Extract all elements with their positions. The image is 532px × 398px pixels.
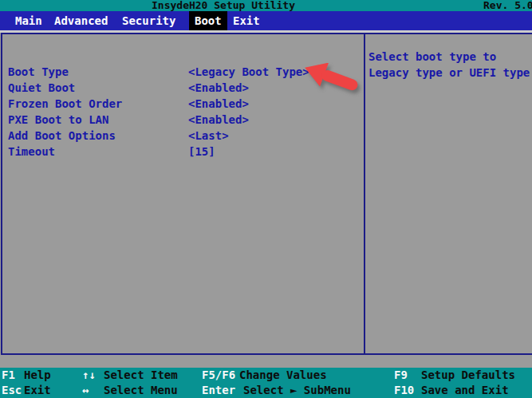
key-f5-f6-desc: Change Values [239, 368, 327, 383]
key-enter: Enter [202, 383, 235, 398]
key-f9-desc: Setup Defaults [421, 368, 515, 383]
key-esc-desc: Exit [24, 383, 51, 398]
key-updown-arrows-icon: ↑↓ [82, 368, 96, 383]
key-f10-desc: Save and Exit [421, 383, 509, 398]
key-leftright-arrows-icon: ↔ [82, 383, 89, 398]
help-text-line: Legacy type or UEFI type [368, 65, 530, 81]
footer-key-legend: F1 Help ↑↓ Select Item F5/F6 Change Valu… [0, 368, 532, 398]
setting-row-add-boot-options[interactable]: Add Boot Options<Last> [8, 128, 309, 144]
boot-settings-list: Boot Type<Legacy Boot Type> Quiet Boot<E… [8, 64, 309, 160]
menu-bar: Main Advanced Security Boot Exit [0, 11, 532, 30]
setting-value[interactable]: <Enabled> [188, 112, 249, 128]
setting-value[interactable]: <Enabled> [188, 80, 249, 96]
tab-advanced[interactable]: Advanced [54, 11, 108, 30]
key-f1-desc: Help [24, 368, 51, 383]
panel-divider [364, 34, 365, 353]
setting-label: Timeout [8, 144, 188, 160]
footer-row-1: F1 Help ↑↓ Select Item F5/F6 Change Valu… [0, 368, 532, 383]
setting-label: Add Boot Options [8, 128, 188, 144]
tab-boot-active[interactable]: Boot [189, 11, 227, 30]
app-title: InsydeH20 Setup Utility [152, 0, 295, 11]
setting-value[interactable]: [15] [188, 144, 215, 160]
key-leftright-desc: Select Menu [104, 383, 178, 398]
tab-main[interactable]: Main [15, 11, 42, 30]
key-f10: F10 [394, 383, 414, 398]
key-f5-f6: F5/F6 [202, 368, 235, 383]
footer-row-2: Esc Exit ↔ Select Menu Enter Select ► Su… [0, 383, 532, 398]
setting-row-pxe-boot-to-lan[interactable]: PXE Boot to LAN<Enabled> [8, 112, 309, 128]
setting-value[interactable]: <Last> [188, 128, 229, 144]
key-updown-desc: Select Item [104, 368, 178, 383]
setting-row-quiet-boot[interactable]: Quiet Boot<Enabled> [8, 80, 309, 96]
setting-row-frozen-boot-order[interactable]: Frozen Boot Order<Enabled> [8, 96, 309, 112]
setting-value[interactable]: <Enabled> [188, 96, 249, 112]
key-f1: F1 [2, 368, 15, 383]
setting-label: Boot Type [8, 64, 188, 80]
key-esc: Esc [2, 383, 22, 398]
setting-row-timeout[interactable]: Timeout[15] [8, 144, 309, 160]
setting-value[interactable]: <Legacy Boot Type> [188, 64, 309, 80]
revision-label: Rev. 5.0 [483, 0, 532, 11]
main-panel: Boot Type<Legacy Boot Type> Quiet Boot<E… [1, 33, 532, 355]
setting-label: PXE Boot to LAN [8, 112, 188, 128]
tab-exit[interactable]: Exit [233, 11, 260, 30]
setting-label: Frozen Boot Order [8, 96, 188, 112]
key-f9: F9 [394, 368, 408, 383]
help-text-line: Select boot type to [368, 49, 530, 65]
setting-label: Quiet Boot [8, 80, 188, 96]
setting-row-boot-type[interactable]: Boot Type<Legacy Boot Type> [8, 64, 309, 80]
key-enter-desc: Select ► SubMenu [243, 383, 351, 398]
tab-security[interactable]: Security [122, 11, 175, 30]
title-bar: InsydeH20 Setup Utility Rev. 5.0 [0, 0, 532, 11]
help-panel: Select boot type to Legacy type or UEFI … [368, 49, 530, 81]
